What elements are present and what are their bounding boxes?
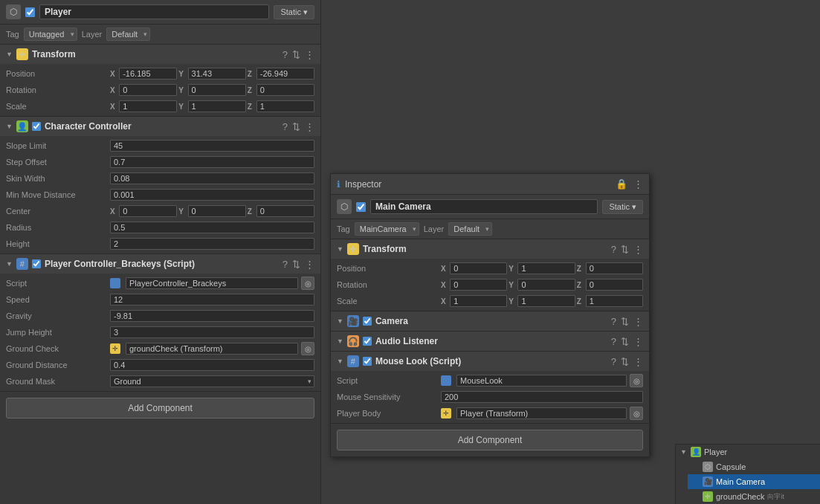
transform-settings-icon[interactable]: ⇅ — [292, 49, 300, 60]
right-position-y-input[interactable] — [517, 262, 575, 274]
scale-y-input[interactable] — [188, 100, 246, 112]
center-z-input[interactable] — [256, 205, 314, 217]
jump-height-input[interactable] — [110, 326, 314, 338]
scale-z-input[interactable] — [256, 100, 314, 112]
tag-select-wrap[interactable]: Untagged — [24, 28, 77, 41]
hier-item-player[interactable]: ▼ 👤 Player — [676, 445, 820, 459]
transform-help-icon[interactable]: ? — [283, 49, 288, 60]
hier-item-main-camera[interactable]: 🎥 Main Camera — [688, 474, 820, 489]
hier-item-ground-check[interactable]: ✛ groundCheck 向宇it — [688, 489, 820, 504]
right-add-component-button[interactable]: Add Component — [337, 430, 643, 450]
mouse-look-help-icon[interactable]: ? — [611, 356, 616, 367]
left-panel-scroll[interactable]: ▼ ✛ Transform ? ⇅ ⋮ Position X — [0, 45, 320, 504]
rotation-z-input[interactable] — [256, 84, 314, 96]
ground-distance-input[interactable] — [110, 359, 314, 371]
char-active-checkbox[interactable] — [32, 122, 41, 131]
script-settings-icon[interactable]: ⇅ — [292, 259, 300, 270]
inspector-menu-icon[interactable]: ⋮ — [633, 178, 643, 190]
center-y-input[interactable] — [188, 205, 246, 217]
mouse-look-settings-icon[interactable]: ⇅ — [621, 356, 629, 367]
right-transform-menu-icon[interactable]: ⋮ — [633, 244, 643, 255]
ground-check-input[interactable] — [126, 343, 298, 355]
step-offset-input[interactable] — [110, 156, 314, 168]
ground-mask-select-wrap[interactable]: Ground — [110, 375, 314, 387]
inspector-lock-icon[interactable]: 🔒 — [616, 178, 627, 190]
player-body-select-btn[interactable]: ◎ — [630, 407, 643, 420]
layer-select-wrap[interactable]: Default — [106, 28, 150, 41]
mouse-look-menu-icon[interactable]: ⋮ — [633, 356, 643, 367]
slope-limit-input[interactable] — [110, 140, 314, 152]
transform-header[interactable]: ▼ ✛ Transform ? ⇅ ⋮ — [0, 45, 320, 64]
tag-select[interactable]: Untagged — [24, 28, 77, 41]
speed-input[interactable] — [110, 294, 314, 306]
right-static-button[interactable]: Static ▾ — [602, 200, 643, 214]
script-menu-icon[interactable]: ⋮ — [305, 259, 314, 270]
audio-help-icon[interactable]: ? — [611, 336, 616, 347]
right-transform-settings-icon[interactable]: ⇅ — [621, 244, 629, 255]
object-active-checkbox[interactable] — [25, 7, 35, 17]
mouse-look-active-checkbox[interactable] — [363, 357, 372, 366]
position-y-input[interactable] — [188, 68, 246, 80]
position-y-label: Y — [178, 70, 186, 78]
right-tag-select[interactable]: MainCamera — [355, 222, 419, 236]
camera-header[interactable]: ▼ 🎥 Camera ? ⇅ ⋮ — [331, 311, 649, 331]
right-object-active-checkbox[interactable] — [356, 202, 366, 212]
mouse-look-header[interactable]: ▼ # Mouse Look (Script) ? ⇅ ⋮ — [331, 352, 649, 371]
ground-check-select-btn[interactable]: ◎ — [301, 342, 314, 355]
audio-menu-icon[interactable]: ⋮ — [633, 336, 643, 347]
char-help-icon[interactable]: ? — [283, 121, 288, 132]
right-layer-select-wrap[interactable]: Default — [448, 222, 492, 236]
object-name-input[interactable] — [39, 4, 269, 19]
player-script-header[interactable]: ▼ # Player Controller_Brackeys (Script) … — [0, 254, 320, 274]
mouselook-script-input[interactable] — [456, 375, 627, 387]
script-ref-select-btn[interactable]: ◎ — [301, 277, 314, 290]
mouse-sensitivity-input[interactable] — [441, 391, 643, 403]
right-transform-header[interactable]: ▼ ✛ Transform ? ⇅ ⋮ — [331, 239, 649, 259]
camera-settings-icon[interactable]: ⇅ — [621, 316, 629, 327]
hier-item-capsule[interactable]: ⬡ Capsule — [688, 459, 820, 474]
center-x-input[interactable] — [119, 205, 177, 217]
mouselook-script-select-btn[interactable]: ◎ — [630, 374, 643, 387]
position-z-input[interactable] — [256, 68, 314, 80]
right-scale-y-input[interactable] — [517, 295, 575, 307]
right-position-z-input[interactable] — [586, 262, 643, 274]
player-body-input[interactable] — [456, 407, 627, 419]
position-x-input[interactable] — [119, 68, 177, 80]
layer-select[interactable]: Default — [106, 28, 150, 41]
rotation-x-input[interactable] — [119, 84, 177, 96]
min-move-input[interactable] — [110, 189, 314, 201]
transform-menu-icon[interactable]: ⋮ — [305, 49, 314, 60]
script-active-checkbox[interactable] — [32, 259, 41, 268]
char-menu-icon[interactable]: ⋮ — [305, 121, 314, 132]
skin-width-input[interactable] — [110, 172, 314, 184]
ground-mask-select[interactable]: Ground — [110, 375, 314, 387]
char-controller-header[interactable]: ▼ 👤 Character Controller ? ⇅ ⋮ — [0, 117, 320, 136]
radius-input[interactable] — [110, 222, 314, 233]
right-scale-x-input[interactable] — [450, 295, 507, 307]
right-rotation-y-input[interactable] — [517, 279, 575, 291]
camera-menu-icon[interactable]: ⋮ — [633, 316, 643, 327]
script-help-icon[interactable]: ? — [283, 259, 288, 270]
right-tag-select-wrap[interactable]: MainCamera — [355, 222, 419, 236]
right-rotation-x-input[interactable] — [450, 279, 507, 291]
right-position-x-input[interactable] — [450, 262, 507, 274]
right-object-name-input[interactable] — [370, 199, 598, 214]
camera-help-icon[interactable]: ? — [611, 316, 616, 327]
height-input[interactable] — [110, 238, 314, 250]
static-button[interactable]: Static ▾ — [274, 5, 314, 19]
right-rotation-z-input[interactable] — [586, 279, 643, 291]
right-transform-help-icon[interactable]: ? — [611, 244, 616, 255]
camera-active-checkbox[interactable] — [363, 317, 372, 326]
scale-x-input[interactable] — [119, 100, 177, 112]
left-add-component-button[interactable]: Add Component — [6, 398, 314, 419]
script-ref-input[interactable] — [126, 277, 298, 289]
transform-arrow: ▼ — [6, 51, 13, 58]
right-scale-z-input[interactable] — [586, 295, 643, 307]
char-settings-icon[interactable]: ⇅ — [292, 121, 300, 132]
audio-listener-header[interactable]: ▼ 🎧 Audio Listener ? ⇅ ⋮ — [331, 332, 649, 351]
rotation-y-input[interactable] — [188, 84, 246, 96]
gravity-input[interactable] — [110, 310, 314, 322]
audio-settings-icon[interactable]: ⇅ — [621, 336, 629, 347]
right-layer-select[interactable]: Default — [448, 222, 492, 236]
audio-active-checkbox[interactable] — [363, 337, 372, 346]
